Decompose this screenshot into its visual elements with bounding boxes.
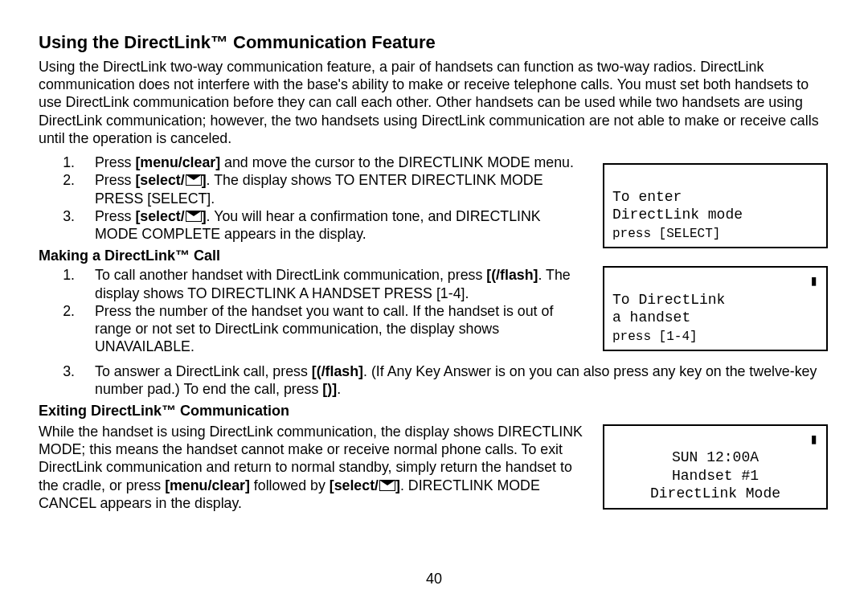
envelope-icon bbox=[379, 480, 395, 491]
subheading-making-call: Making a DirectLink™ Call bbox=[39, 248, 585, 264]
steps-enter: Press [menu/clear] and move the cursor t… bbox=[39, 154, 585, 243]
exit-paragraph: While the handset is using DirectLink co… bbox=[39, 423, 585, 512]
subheading-exiting: Exiting DirectLink™ Communication bbox=[39, 403, 829, 420]
intro-paragraph: Using the DirectLink two-way communicati… bbox=[39, 58, 829, 147]
envelope-icon bbox=[186, 174, 202, 186]
battery-icon: ▮ bbox=[809, 272, 818, 291]
section-enter-directlink: Press [menu/clear] and move the cursor t… bbox=[39, 152, 829, 360]
manual-page: Using the DirectLink™ Communication Feat… bbox=[0, 0, 868, 610]
step-2: Press [select/]. The display shows TO EN… bbox=[79, 171, 585, 207]
end-icon: ) bbox=[327, 380, 332, 398]
page-number: 40 bbox=[0, 571, 868, 587]
step-b3: To answer a DirectLink call, press [(/fl… bbox=[79, 362, 829, 398]
steps-making-call: To call another handset with DirectLink … bbox=[39, 266, 585, 355]
step-3: Press [select/]. You will hear a confirm… bbox=[79, 207, 585, 243]
lcd-screen-1: To enter DirectLink mode press [SELECT] bbox=[603, 163, 828, 248]
steps-making-call-cont: To answer a DirectLink call, press [(/fl… bbox=[39, 362, 829, 398]
lcd-screen-2: To DirectLink▮ a handset press [1-4] bbox=[603, 266, 828, 351]
step-b1: To call another handset with DirectLink … bbox=[79, 266, 585, 301]
section-exiting: While the handset is using DirectLink co… bbox=[39, 421, 829, 512]
lcd-screen-3: SUN 12:00A▮ Handset #1 DirectLink Mode bbox=[603, 424, 828, 510]
battery-icon: ▮ bbox=[809, 431, 818, 449]
talk-icon: ( bbox=[317, 362, 321, 380]
talk-icon: ( bbox=[491, 266, 496, 284]
page-title: Using the DirectLink™ Communication Feat… bbox=[39, 32, 829, 53]
lcd-screens-column: To enter DirectLink mode press [SELECT] … bbox=[603, 152, 828, 351]
envelope-icon bbox=[186, 211, 202, 222]
step-b2: Press the number of the handset you want… bbox=[79, 302, 585, 356]
step-1: Press [menu/clear] and move the cursor t… bbox=[79, 154, 585, 171]
